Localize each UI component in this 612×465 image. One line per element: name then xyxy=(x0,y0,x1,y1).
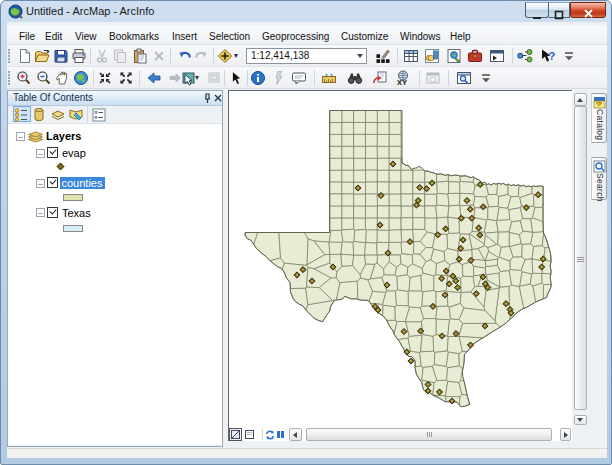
svg-text:?: ? xyxy=(549,50,556,62)
svg-text:XY: XY xyxy=(397,78,407,86)
